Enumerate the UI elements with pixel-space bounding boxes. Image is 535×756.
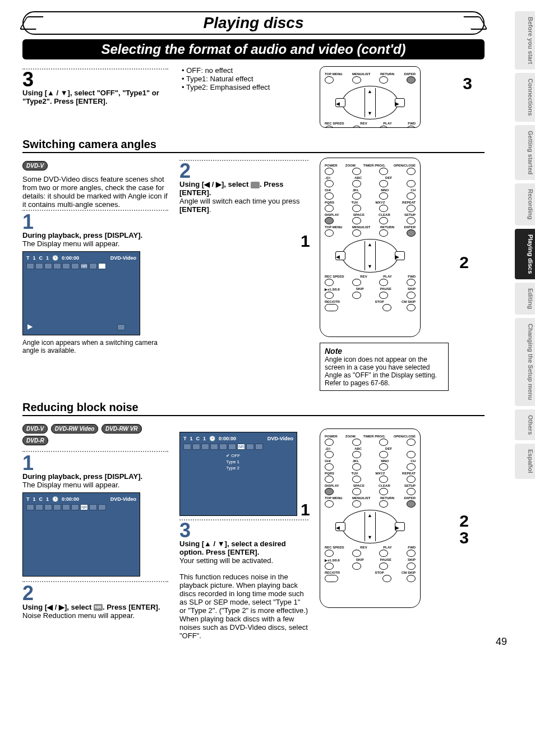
tab-connections[interactable]: Connections bbox=[515, 73, 535, 122]
badge-1: DVD-V bbox=[22, 424, 48, 434]
dpad[interactable]: ◀ ▶ ▲ ▼ bbox=[336, 86, 404, 119]
callout-3: 3 bbox=[463, 74, 472, 93]
side-tabs: Before you start Connections Getting sta… bbox=[515, 11, 535, 479]
reduce-step2-text: Using [◀ / ▶], select NR. Press [ENTER]. bbox=[22, 603, 168, 611]
reduce-step3-bold: Using [▲ / ▼], select a desired option. … bbox=[179, 540, 308, 556]
display-button[interactable] bbox=[325, 217, 334, 224]
tab-editing[interactable]: Editing bbox=[515, 283, 535, 315]
switch-step2-num: 2 bbox=[179, 162, 308, 180]
tab-espanol[interactable]: Español bbox=[515, 444, 535, 479]
tab-before[interactable]: Before you start bbox=[515, 11, 535, 70]
reduce-step1-num: 1 bbox=[22, 454, 168, 472]
angle-select-icon bbox=[251, 182, 260, 188]
reduce-step3-plain: Your setting will be activated. bbox=[179, 556, 308, 565]
switch-step1-num: 1 bbox=[22, 213, 168, 231]
note-body1: Angle icon does not appear on the screen… bbox=[325, 356, 444, 379]
dpad-3[interactable]: ◀▶▲▼ bbox=[336, 510, 404, 543]
osd-display-1: T1 C1 🕒0:00:00 DVD-Video NR ▶ bbox=[22, 251, 140, 335]
page-number: 49 bbox=[496, 636, 507, 648]
switch-step2-plain: Angle will switch each time you press [E… bbox=[179, 197, 308, 214]
callout-switch-1: 1 bbox=[301, 232, 310, 251]
callout-reduce-1: 1 bbox=[301, 500, 310, 519]
page-title: Playing discs bbox=[204, 14, 304, 32]
dpad-2[interactable]: ◀▶▲▼ bbox=[336, 239, 404, 273]
step3-text: Using [▲ / ▼], select "OFF", "Type1" or … bbox=[22, 89, 168, 105]
reduce-step2-num: 2 bbox=[22, 584, 168, 602]
effect-type1: Type1: Natural effect bbox=[182, 75, 308, 83]
effect-type2: Type2: Emphasised effect bbox=[182, 83, 308, 91]
tab-getting[interactable]: Getting started bbox=[515, 125, 535, 180]
badge-3: DVD-RW VR bbox=[102, 424, 142, 434]
remote-full-2: POWERZOOMTIMER PROG.OPEN/CLOSE .@/:ABCDE… bbox=[320, 428, 421, 608]
reduce-para: This function reduces noise in the playb… bbox=[179, 573, 308, 640]
switch-step2-text: Using [◀ / ▶], select . Press [ENTER]. bbox=[179, 180, 308, 197]
badge-dvd-v: DVD-V bbox=[22, 161, 48, 170]
effect-list: OFF: no effect Type1: Natural effect Typ… bbox=[179, 66, 308, 91]
enter-button-3[interactable] bbox=[407, 500, 416, 508]
menu-type1: Type 1 bbox=[226, 459, 240, 465]
angle-caption: Angle icon appears when a switching came… bbox=[22, 339, 168, 354]
enter-button[interactable] bbox=[407, 76, 416, 84]
enter-button-2[interactable] bbox=[407, 229, 416, 237]
effect-off: OFF: no effect bbox=[182, 66, 308, 75]
badge-2: DVD-RW Video bbox=[51, 424, 99, 434]
tab-playing[interactable]: Playing discs bbox=[515, 229, 535, 279]
angle-icon bbox=[98, 263, 106, 269]
tab-recording[interactable]: Recording bbox=[515, 183, 535, 225]
osd-display-2: T1 C1 🕒0:00:00 DVD-Video NR bbox=[22, 492, 140, 577]
switch-step1-bold: During playback, press [DISPLAY]. bbox=[22, 231, 168, 239]
callout-switch-2: 2 bbox=[459, 253, 469, 272]
heading-reducing: Reducing block noise bbox=[22, 401, 485, 416]
reduce-step2-plain: Noise Reduction menu will appear. bbox=[22, 611, 168, 620]
heading-switching: Switching camera angles bbox=[22, 138, 485, 153]
callout-reduce-3: 3 bbox=[459, 528, 469, 547]
osd-display-3: T1 C1 🕒0:00:00 DVD-Video NR OFF Type 1 T… bbox=[179, 432, 297, 516]
switch-intro: Some DVD-Video discs feature scenes shot… bbox=[22, 175, 168, 209]
step-number-3: 3 bbox=[22, 71, 168, 89]
menu-off: OFF bbox=[226, 453, 240, 459]
tab-others[interactable]: Others bbox=[515, 409, 535, 440]
reduce-step1-plain: The Display menu will appear. bbox=[22, 481, 168, 489]
remote-full-1: POWERZOOMTIMER PROG.OPEN/CLOSE .@/:ABCDE… bbox=[320, 158, 421, 337]
note-heading: Note bbox=[325, 347, 444, 356]
reduce-step3-num: 3 bbox=[179, 522, 308, 540]
switch-step1-plain: The Display menu will appear. bbox=[22, 239, 168, 248]
badge-4: DVD-R bbox=[22, 436, 48, 445]
subtitle-bar: Selecting the format of audio and video … bbox=[22, 39, 485, 59]
callout-reduce-2: 2 bbox=[459, 511, 469, 531]
note-box: Note Angle icon does not appear on the s… bbox=[320, 343, 449, 391]
section-banner: Playing discs bbox=[22, 11, 485, 35]
nr-icon: NR bbox=[94, 604, 103, 611]
remote-fragment-top: TOP MENUMENU/LISTRETURNENTER ◀ ▶ ▲ ▼ REC… bbox=[320, 66, 421, 128]
menu-type2: Type 2 bbox=[226, 465, 240, 471]
note-body2: Refer to pages 67-68. bbox=[325, 379, 444, 387]
reduce-step1-bold: During playback, press [DISPLAY]. bbox=[22, 472, 168, 481]
tab-setup[interactable]: Changing the Setup menu bbox=[515, 318, 535, 405]
display-button-2[interactable] bbox=[325, 488, 334, 495]
